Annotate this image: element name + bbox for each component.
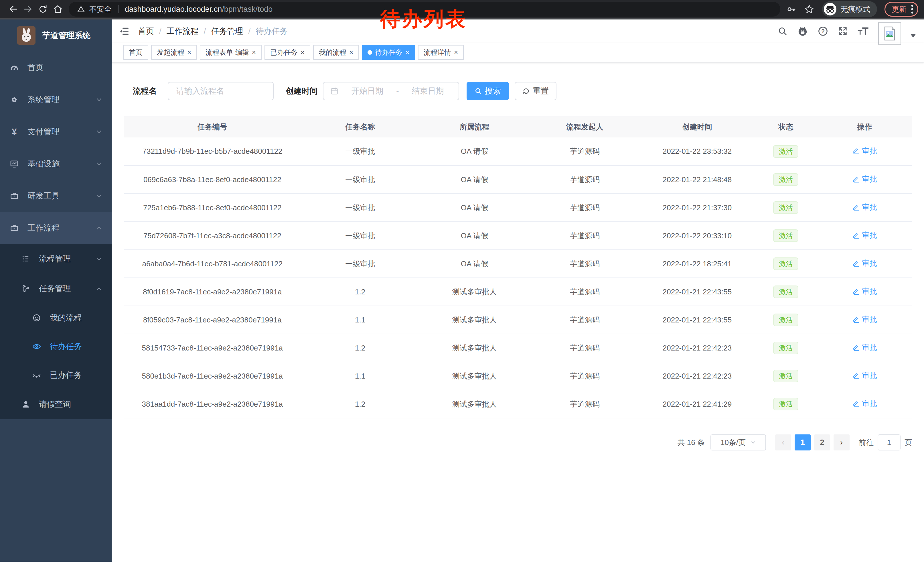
app-logo-row[interactable]: 芋道管理系统 — [0, 20, 112, 51]
sidebar-item-label: 流程管理 — [39, 254, 71, 264]
table-row: 58154733-7ac8-11ec-a9e2-a2380e71991a 1.2… — [124, 334, 912, 362]
browser-back-button[interactable] — [6, 2, 21, 17]
cell-task-id: 75d72608-7b7f-11ec-a3c8-acde48001122 — [124, 222, 301, 250]
sidebar-item-process-management[interactable]: 流程管理 — [0, 244, 112, 274]
sidebar-item-task-management[interactable]: 任务管理 — [0, 274, 112, 303]
audit-link[interactable]: 审批 — [852, 286, 877, 296]
cell-starter: 芋道源码 — [530, 390, 640, 418]
audit-link[interactable]: 审批 — [852, 202, 877, 212]
chevron-down-icon — [96, 161, 102, 167]
close-icon[interactable]: × — [405, 49, 410, 56]
browser-update-button[interactable]: 更新 — [885, 2, 918, 17]
sidebar-item-infrastructure[interactable]: 基础设施 — [0, 148, 112, 180]
workflow-submenu: 流程管理 任务管理 我的流程 待办任务 — [0, 244, 112, 419]
sidebar-item-devtools[interactable]: 研发工具 — [0, 180, 112, 212]
tab-done-tasks[interactable]: 已办任务× — [264, 45, 310, 60]
sidebar-item-label: 已办任务 — [50, 370, 82, 381]
pen-icon — [852, 400, 860, 407]
cell-create-time: 2022-01-22 20:33:10 — [640, 222, 754, 250]
audit-link[interactable]: 审批 — [852, 258, 877, 268]
end-date-placeholder[interactable]: 结束日期 — [404, 86, 452, 96]
browser-reload-button[interactable] — [36, 2, 50, 17]
page-button-2[interactable]: 2 — [814, 434, 830, 450]
page-size-select[interactable]: 10条/页 — [711, 434, 766, 450]
sidebar-item-done-tasks[interactable]: 已办任务 — [0, 361, 112, 389]
reload-icon — [38, 4, 48, 14]
breadcrumb-item[interactable]: 首页 — [138, 26, 154, 37]
help-icon[interactable]: ? — [818, 26, 828, 37]
toolbar-right: 无痕模式 更新 — [786, 1, 918, 17]
search-button[interactable]: 搜索 — [466, 82, 509, 100]
cell-task-id: 73211d9d-7b9b-11ec-b5b7-acde48001122 — [124, 137, 301, 165]
browser-home-button[interactable] — [50, 2, 65, 17]
key-icon[interactable] — [786, 4, 796, 14]
audit-link[interactable]: 审批 — [852, 174, 877, 184]
next-page-button[interactable]: › — [834, 434, 850, 450]
sidebar-item-system[interactable]: 系统管理 — [0, 84, 112, 116]
close-icon[interactable]: × — [187, 49, 191, 56]
annotation-todo-list: 待办列表 — [380, 6, 467, 33]
fullscreen-icon[interactable] — [837, 26, 848, 36]
tab-process-form-edit[interactable]: 流程表单-编辑× — [200, 45, 262, 60]
audit-link[interactable]: 审批 — [852, 314, 877, 324]
date-range-picker[interactable]: 开始日期 - 结束日期 — [323, 82, 459, 100]
page-unit-label: 页 — [904, 438, 912, 447]
tab-label: 流程表单-编辑 — [206, 48, 249, 57]
user-avatar[interactable] — [878, 22, 901, 45]
cell-starter: 芋道源码 — [530, 222, 640, 250]
audit-link[interactable]: 审批 — [852, 146, 877, 156]
tab-my-process[interactable]: 我的流程× — [313, 45, 359, 60]
sidebar-toggle-icon[interactable] — [119, 26, 129, 36]
audit-link[interactable]: 审批 — [852, 230, 877, 240]
close-icon[interactable]: × — [252, 49, 256, 56]
sidebar-item-payment[interactable]: ¥ 支付管理 — [0, 116, 112, 148]
incognito-icon — [824, 3, 836, 15]
tags-view-bar: 首页 发起流程× 流程表单-编辑× 已办任务× 我的流程× 待办任务× 流程详情… — [112, 43, 924, 62]
cell-task-name: 一级审批 — [301, 137, 419, 165]
audit-link[interactable]: 审批 — [852, 371, 877, 381]
cell-create-time: 2022-01-21 22:42:23 — [640, 334, 754, 362]
close-icon[interactable]: × — [300, 49, 304, 56]
tab-todo-tasks-active[interactable]: 待办任务× — [362, 45, 415, 60]
breadcrumb-item[interactable]: 任务管理 — [211, 26, 243, 37]
prev-page-button[interactable]: ‹ — [775, 434, 791, 450]
breadcrumb-item[interactable]: 工作流程 — [166, 26, 199, 37]
sidebar-item-label: 基础设施 — [27, 158, 60, 169]
tab-start-process[interactable]: 发起流程× — [151, 45, 197, 60]
process-name-input[interactable] — [168, 82, 274, 100]
tab-home[interactable]: 首页 — [123, 45, 148, 60]
chevron-down-icon — [96, 128, 102, 135]
browser-menu-dots-icon[interactable] — [911, 5, 914, 14]
status-badge: 激活 — [773, 173, 798, 186]
filter-form: 流程名 创建时间 开始日期 - 结束日期 搜索 重 — [133, 82, 912, 100]
tab-label: 流程详情 — [424, 48, 451, 57]
eye-closed-icon — [32, 371, 41, 380]
status-badge: 激活 — [773, 257, 798, 270]
audit-link[interactable]: 审批 — [852, 342, 877, 353]
sidebar-item-home[interactable]: 首页 — [0, 51, 112, 84]
browser-forward-button[interactable] — [21, 2, 36, 17]
reset-button[interactable]: 重置 — [514, 82, 556, 100]
cell-task-id: a6aba0a4-7b6d-11ec-b781-acde48001122 — [124, 250, 301, 278]
column-header-process: 所属流程 — [419, 116, 530, 137]
sidebar-item-leave-query[interactable]: 请假查询 — [0, 389, 112, 419]
goto-page-input[interactable] — [878, 434, 900, 450]
audit-link-label: 审批 — [862, 314, 877, 324]
sidebar-item-todo-tasks[interactable]: 待办任务 — [0, 332, 112, 361]
sidebar-menu: 首页 系统管理 ¥ 支付管理 基础设施 — [0, 51, 112, 419]
sidebar-item-label: 首页 — [27, 62, 44, 73]
github-icon[interactable] — [797, 26, 808, 37]
close-icon[interactable]: × — [349, 49, 353, 56]
sidebar-item-workflow[interactable]: 工作流程 — [0, 212, 112, 244]
start-date-placeholder[interactable]: 开始日期 — [344, 86, 391, 96]
search-icon[interactable] — [777, 26, 788, 36]
cell-process: OA 请假 — [419, 222, 530, 250]
tab-process-detail[interactable]: 流程详情× — [418, 45, 464, 60]
sidebar-item-my-process[interactable]: 我的流程 — [0, 303, 112, 332]
font-size-icon[interactable] — [857, 26, 869, 37]
audit-link[interactable]: 审批 — [852, 399, 877, 408]
avatar-dropdown-caret-icon[interactable] — [910, 34, 916, 38]
close-icon[interactable]: × — [454, 49, 458, 56]
page-button-1[interactable]: 1 — [795, 434, 811, 450]
bookmark-star-icon[interactable] — [804, 4, 814, 15]
